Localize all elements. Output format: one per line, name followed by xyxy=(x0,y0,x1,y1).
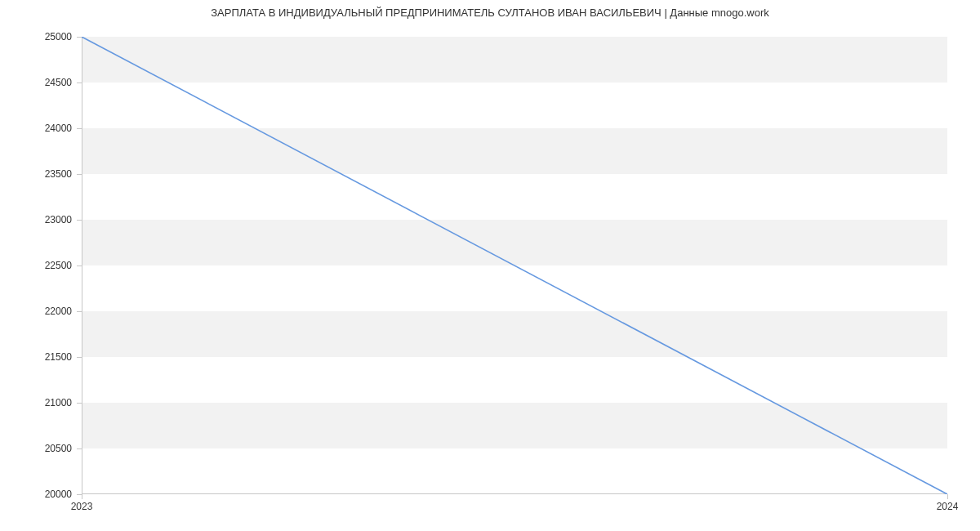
y-tick-label: 20500 xyxy=(45,443,72,454)
series-line xyxy=(82,37,947,494)
y-tick-label: 20000 xyxy=(45,489,72,500)
y-tick-label: 23000 xyxy=(45,214,72,225)
y-tick-label: 23500 xyxy=(45,168,72,180)
y-axis-labels: 2000020500210002150022000225002300023500… xyxy=(0,37,82,494)
x-tick xyxy=(947,494,948,499)
x-axis-labels: 20232024 xyxy=(82,494,947,511)
plot-area xyxy=(82,37,947,494)
x-tick-label: 2024 xyxy=(937,501,959,512)
y-tick-label: 21500 xyxy=(45,351,72,363)
y-tick-label: 22000 xyxy=(45,306,72,317)
chart-title: ЗАРПЛАТА В ИНДИВИДУАЛЬНЫЙ ПРЕДПРИНИМАТЕЛ… xyxy=(0,7,980,19)
line-series xyxy=(82,37,947,494)
y-tick-label: 25000 xyxy=(45,31,72,42)
x-tick-label: 2023 xyxy=(71,501,93,512)
y-tick-label: 24500 xyxy=(45,77,72,88)
y-tick-label: 22500 xyxy=(45,260,72,271)
y-tick-label: 24000 xyxy=(45,123,72,134)
y-tick-label: 21000 xyxy=(45,397,72,408)
